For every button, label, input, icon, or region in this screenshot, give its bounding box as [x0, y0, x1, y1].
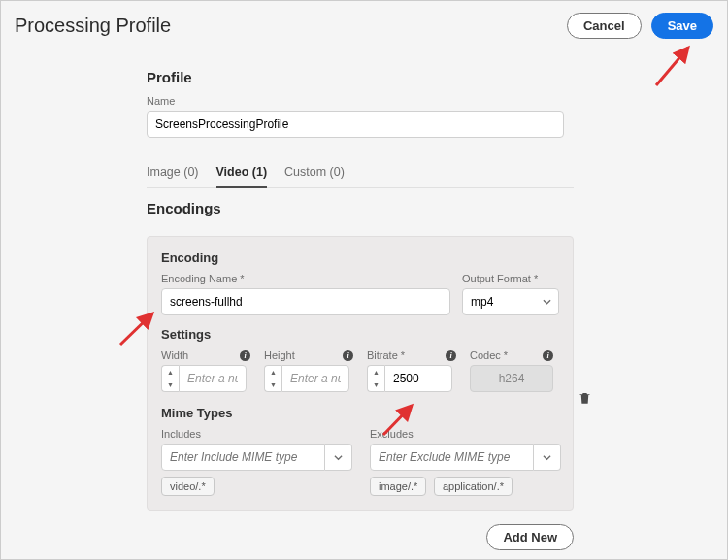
includes-label: Includes: [161, 428, 352, 440]
page-title: Processing Profile: [15, 15, 171, 37]
output-format-label: Output Format *: [462, 273, 559, 284]
width-label: Width: [161, 349, 188, 361]
tab-image[interactable]: Image (0): [147, 159, 199, 188]
height-stepper[interactable]: ▲▼: [264, 365, 353, 392]
encoding-heading: Encoding: [161, 250, 559, 265]
codec-label: Codec *: [470, 349, 508, 361]
name-label: Name: [147, 95, 719, 107]
exclude-mime-dropdown[interactable]: [534, 444, 561, 471]
output-format-select[interactable]: [462, 288, 559, 315]
add-new-button[interactable]: Add New: [486, 524, 574, 550]
stepper-down-icon[interactable]: ▼: [368, 379, 384, 392]
mime-heading: Mime Types: [161, 406, 559, 420]
height-input[interactable]: [281, 365, 349, 392]
excludes-label: Excludes: [370, 428, 561, 440]
mime-tag[interactable]: video/.*: [161, 477, 215, 496]
stepper-up-icon[interactable]: ▲: [368, 366, 384, 379]
include-mime-input[interactable]: [161, 444, 325, 471]
info-icon: i: [343, 350, 353, 361]
codec-input: [470, 365, 553, 392]
exclude-mime-input[interactable]: [370, 444, 534, 471]
encodings-title: Encodings: [147, 200, 719, 216]
height-label: Height: [264, 349, 295, 361]
bitrate-input[interactable]: [384, 365, 452, 392]
encoding-panel: Encoding Encoding Name * Output Format *: [147, 236, 574, 511]
cancel-button[interactable]: Cancel: [567, 13, 642, 39]
info-icon: i: [543, 350, 553, 361]
bitrate-label: Bitrate *: [367, 349, 405, 361]
width-input[interactable]: [179, 365, 247, 392]
mime-tag[interactable]: application/.*: [434, 477, 513, 496]
encoding-name-label: Encoding Name *: [161, 273, 450, 284]
stepper-up-icon[interactable]: ▲: [162, 366, 179, 379]
encoding-name-input[interactable]: [161, 288, 450, 315]
width-stepper[interactable]: ▲▼: [161, 365, 250, 392]
tab-custom[interactable]: Custom (0): [284, 159, 345, 188]
mime-tag[interactable]: image/.*: [370, 477, 426, 496]
info-icon: i: [240, 350, 250, 361]
profile-name-input[interactable]: [147, 111, 564, 138]
delete-encoding-button[interactable]: [578, 390, 592, 409]
info-icon: i: [446, 350, 456, 361]
save-button[interactable]: Save: [651, 13, 713, 39]
stepper-down-icon[interactable]: ▼: [265, 379, 281, 392]
stepper-down-icon[interactable]: ▼: [162, 379, 179, 392]
include-mime-dropdown[interactable]: [325, 444, 352, 471]
stepper-up-icon[interactable]: ▲: [265, 366, 281, 379]
bitrate-stepper[interactable]: ▲▼: [367, 365, 456, 392]
settings-heading: Settings: [161, 327, 559, 342]
tab-video[interactable]: Video (1): [216, 159, 268, 188]
profile-section-title: Profile: [147, 69, 719, 85]
